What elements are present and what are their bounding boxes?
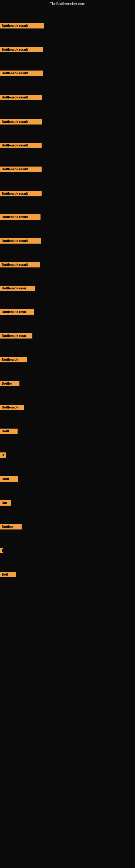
bottleneck-bar-15[interactable]: Bottleneck [0,357,27,362]
bottleneck-bar-5[interactable]: Bottleneck result [0,119,42,124]
bottleneck-bar-22[interactable]: Bottlen [0,524,21,529]
bottleneck-bar-12[interactable]: Bottleneck resu [0,286,35,291]
bottleneck-bar-9[interactable]: Bottleneck result [0,214,41,220]
bottleneck-bar-13[interactable]: Bottleneck resu [0,309,34,315]
bottleneck-bar-17[interactable]: Bottleneck [0,405,24,410]
bottleneck-bar-16[interactable]: Bottler [0,381,19,386]
bottleneck-bar-11[interactable]: Bottleneck result [0,262,40,268]
bottleneck-bar-21[interactable]: Bot [0,500,11,506]
bottleneck-bar-6[interactable]: Bottleneck result [0,143,42,148]
site-title: TheBottlenecker.com [0,0,135,8]
bottleneck-bar-14[interactable]: Bottleneck resu [0,333,32,339]
bottleneck-bar-2[interactable]: Bottleneck result [0,47,43,52]
bottleneck-bar-8[interactable]: Bottleneck result [0,191,42,196]
bottleneck-bar-18[interactable]: Bottl [0,429,17,434]
bottleneck-bar-4[interactable]: Bottleneck result [0,95,42,100]
bottleneck-bar-10[interactable]: Bottleneck result [0,238,41,244]
bottleneck-bar-24[interactable]: Bott [0,572,16,577]
bottleneck-bar-3[interactable]: Bottleneck result [0,70,43,76]
bottleneck-bar-23[interactable]: B [0,548,3,553]
bottleneck-bar-20[interactable]: Bottl [0,476,18,482]
bottleneck-bar-1[interactable]: Bottleneck result [0,23,44,29]
bottleneck-bar-7[interactable]: Bottleneck result [0,166,42,172]
bottleneck-bar-19[interactable]: B [0,453,6,458]
